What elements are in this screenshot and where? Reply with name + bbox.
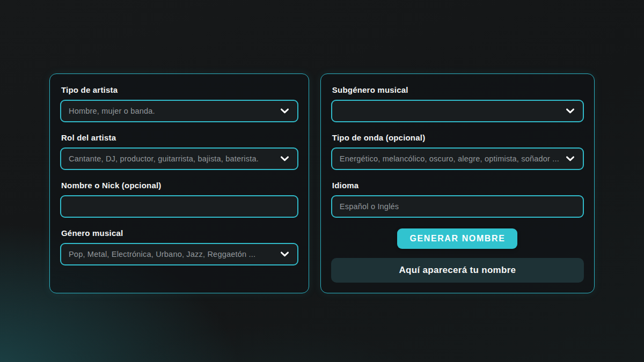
chevron-down-icon xyxy=(280,252,289,257)
field-nombre-o-nick: Nombre o Nick (opcional) xyxy=(60,181,298,218)
field-subgenero-musical: Subgénero musical xyxy=(331,85,584,122)
result-name-text: Aquí aparecerá tu nombre xyxy=(399,265,516,276)
subgenero-musical-select[interactable] xyxy=(331,100,584,122)
field-tipo-de-artista: Tipo de artista Hombre, mujer o banda. xyxy=(60,85,298,122)
tipo-de-onda-label: Tipo de onda (opcional) xyxy=(332,133,584,143)
field-rol-del-artista: Rol del artista Cantante, DJ, productor,… xyxy=(60,133,298,170)
tipo-de-onda-value: Energético, melancólico, oscuro, alegre,… xyxy=(340,154,559,163)
field-idioma: Idioma xyxy=(331,181,584,218)
generar-nombre-button[interactable]: GENERAR NOMBRE xyxy=(397,228,517,249)
genero-musical-value: Pop, Metal, Electrónica, Urbano, Jazz, R… xyxy=(69,250,255,258)
right-form-card: Subgénero musical Tipo de onda (opcional… xyxy=(320,73,595,293)
idioma-input[interactable] xyxy=(331,195,584,218)
idioma-label: Idioma xyxy=(332,181,584,190)
subgenero-musical-label: Subgénero musical xyxy=(332,85,584,95)
form-panels: Tipo de artista Hombre, mujer o banda. R… xyxy=(0,0,644,293)
rol-del-artista-select[interactable]: Cantante, DJ, productor, guitarrista, ba… xyxy=(60,147,298,170)
left-form-card: Tipo de artista Hombre, mujer o banda. R… xyxy=(49,73,309,293)
field-genero-musical: Género musical Pop, Metal, Electrónica, … xyxy=(60,228,298,265)
result-name-box: Aquí aparecerá tu nombre xyxy=(331,258,584,283)
tipo-de-artista-label: Tipo de artista xyxy=(61,85,298,95)
rol-del-artista-value: Cantante, DJ, productor, guitarrista, ba… xyxy=(69,154,259,163)
chevron-down-icon xyxy=(280,156,289,162)
chevron-down-icon xyxy=(566,156,575,162)
nombre-o-nick-input[interactable] xyxy=(60,195,298,218)
field-tipo-de-onda: Tipo de onda (opcional) Energético, mela… xyxy=(331,133,584,170)
chevron-down-icon xyxy=(280,108,289,114)
genero-musical-select[interactable]: Pop, Metal, Electrónica, Urbano, Jazz, R… xyxy=(60,243,298,265)
nombre-o-nick-label: Nombre o Nick (opcional) xyxy=(61,181,298,190)
tipo-de-artista-select[interactable]: Hombre, mujer o banda. xyxy=(60,100,298,122)
tipo-de-onda-select[interactable]: Energético, melancólico, oscuro, alegre,… xyxy=(331,147,584,170)
genero-musical-label: Género musical xyxy=(61,228,298,238)
rol-del-artista-label: Rol del artista xyxy=(61,133,298,143)
tipo-de-artista-value: Hombre, mujer o banda. xyxy=(69,107,155,115)
chevron-down-icon xyxy=(566,108,575,114)
